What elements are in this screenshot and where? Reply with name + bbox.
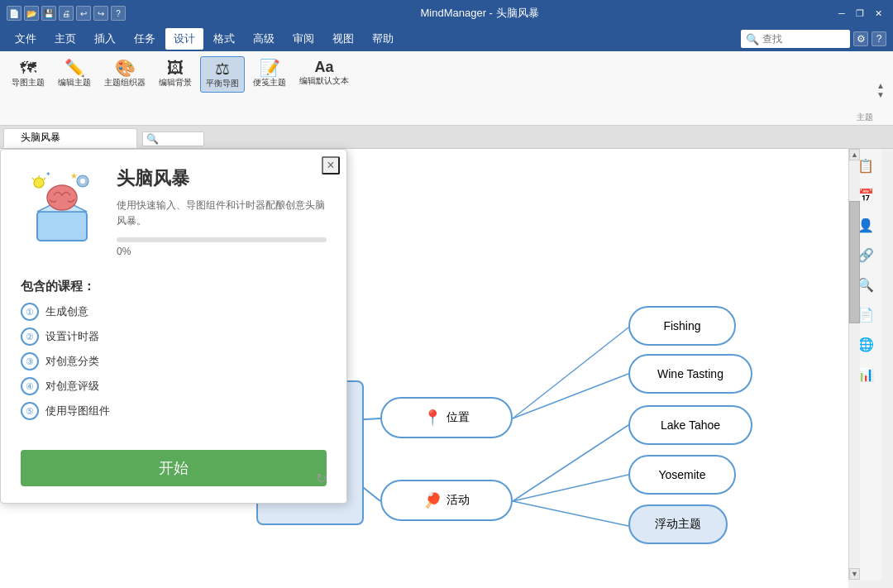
svg-point-15 — [80, 179, 85, 184]
course-num-4: ④ — [21, 377, 39, 395]
menu-bar-right: 🔍 查找 ⚙ ? — [741, 30, 886, 48]
scroll-thumb-v[interactable] — [849, 201, 860, 323]
save-btn[interactable]: 💾 — [41, 6, 56, 21]
svg-text:✦: ✦ — [45, 170, 51, 178]
menu-format[interactable]: 格式 — [205, 28, 243, 50]
overlay-header: ★ ✦ 头脑风暴 使用快速输入、导图组件和计时器配酿创意头脑风暴。 0% — [21, 166, 327, 265]
menu-review[interactable]: 审阅 — [284, 28, 322, 50]
node-floating[interactable]: 浮动主题 — [628, 504, 728, 544]
ribbon-scroll-up[interactable]: ▲ — [876, 81, 885, 90]
theme-organizer-icon: 🎨 — [115, 60, 136, 76]
ribbon-toggle[interactable]: ? — [872, 31, 886, 46]
progress-text: 0% — [117, 246, 327, 257]
courses-title: 包含的课程： — [21, 279, 327, 294]
scroll-track-v — [849, 160, 860, 568]
course-label-2: 设置计时器 — [45, 329, 99, 344]
scroll-up-btn[interactable]: ▲ — [849, 149, 860, 160]
refresh-button[interactable]: ↻ — [316, 471, 327, 486]
courses-section: 包含的课程： ① 生成创意 ② 设置计时器 ③ 对创意分类 ④ 对创意评级 ⑤ … — [21, 279, 327, 420]
menu-view[interactable]: 视图 — [324, 28, 362, 50]
location-icon: 📍 — [423, 409, 442, 427]
close-btn[interactable]: ✕ — [870, 5, 886, 22]
restore-btn[interactable]: ❐ — [852, 5, 868, 22]
edit-default-icon: Aa — [314, 60, 333, 74]
menu-help[interactable]: 帮助 — [364, 28, 402, 50]
svg-text:★: ★ — [70, 171, 78, 180]
svg-line-2 — [513, 327, 628, 418]
course-item-1: ① 生成创意 — [21, 303, 327, 321]
menu-insert[interactable]: 插入 — [86, 28, 124, 50]
course-label-3: 对创意分类 — [45, 354, 99, 369]
edit-bg-icon: 🖼 — [167, 60, 184, 76]
ribbon-map-theme-label: 导图主题 — [12, 78, 45, 88]
course-label-1: 生成创意 — [45, 304, 88, 319]
node-yosemite-label: Yosemite — [658, 468, 705, 481]
menu-search-label: 查找 — [824, 31, 845, 46]
menu-search-box[interactable]: 🔍 查找 — [741, 30, 850, 48]
node-location[interactable]: 📍 位置 — [380, 397, 513, 438]
search-icon-sm: 🔍 — [146, 133, 159, 145]
svg-point-9 — [47, 185, 77, 210]
overlay-close-btn[interactable]: × — [322, 156, 340, 174]
brainstorm-illustration: ★ ✦ — [21, 166, 103, 249]
canvas-search-box[interactable]: 🔍 — [142, 131, 204, 146]
start-button[interactable]: 开始 — [21, 450, 327, 486]
options-btn[interactable]: ⚙ — [853, 31, 868, 46]
overlay-panel: × — [0, 149, 347, 504]
course-num-5: ⑤ — [21, 402, 39, 420]
progress-section: 0% — [117, 237, 327, 257]
course-label-4: 对创意评级 — [45, 379, 99, 394]
svg-rect-7 — [37, 212, 87, 241]
undo-btn[interactable]: ↩ — [76, 6, 91, 21]
map-theme-icon: 🗺 — [20, 60, 36, 76]
svg-line-13 — [32, 178, 34, 179]
canvas-tabs: 🔍 — [0, 126, 893, 149]
quick-access-toolbar: 📄 📂 💾 🖨 ↩ ↪ ? — [7, 6, 126, 21]
ribbon-scroll-down[interactable]: ▼ — [876, 90, 885, 99]
node-activity[interactable]: 🏓 活动 — [380, 480, 513, 521]
course-item-5: ⑤ 使用导图组件 — [21, 402, 327, 420]
menu-tasks[interactable]: 任务 — [126, 28, 164, 50]
ribbon-edit-theme[interactable]: ✏️ 编辑主题 — [53, 56, 96, 91]
minimize-btn[interactable]: ─ — [833, 5, 850, 22]
node-fishing[interactable]: Fishing — [628, 306, 736, 346]
node-fishing-label: Fishing — [663, 319, 700, 332]
menu-advanced[interactable]: 高级 — [245, 28, 283, 50]
node-floating-label: 浮动主题 — [655, 517, 701, 532]
ribbon-theme-organizer-label: 主题组织器 — [104, 78, 146, 88]
canvas-search-input[interactable] — [159, 134, 200, 144]
ribbon-theme-organizer[interactable]: 🎨 主题组织器 — [99, 56, 150, 91]
svg-line-12 — [44, 178, 45, 179]
redo-btn[interactable]: ↪ — [93, 6, 108, 21]
canvas-tab-main[interactable] — [3, 128, 137, 148]
ribbon-group-label: 主题 — [857, 112, 873, 123]
canvas-tab-input[interactable] — [21, 132, 120, 144]
ribbon-edit-bg[interactable]: 🖼 编辑背景 — [154, 56, 197, 91]
node-yosemite[interactable]: Yosemite — [628, 455, 736, 495]
ribbon-edit-default[interactable]: Aa 编辑默认文本 — [294, 56, 354, 89]
ribbon-map-theme[interactable]: 🗺 导图主题 — [7, 56, 50, 91]
new-btn[interactable]: 📄 — [7, 6, 21, 21]
balance-map-icon: ⚖ — [215, 60, 230, 77]
node-lake[interactable]: Lake Tahoe — [628, 405, 752, 445]
svg-point-10 — [34, 178, 44, 188]
menu-search-input[interactable] — [762, 33, 820, 45]
ribbon-sticky-theme[interactable]: 📝 便笺主题 — [248, 56, 291, 91]
app-title: MindManager - 头脑风暴 — [126, 6, 833, 21]
open-btn[interactable]: 📂 — [24, 6, 39, 21]
svg-line-4 — [513, 425, 628, 501]
node-wine[interactable]: Wine Tasting — [628, 354, 752, 394]
ribbon: 🗺 导图主题 ✏️ 编辑主题 🎨 主题组织器 🖼 编辑背景 ⚖ 平衡导图 📝 便… — [0, 51, 893, 126]
help-btn[interactable]: ? — [111, 6, 126, 21]
menu-home[interactable]: 主页 — [46, 28, 84, 50]
ribbon-balance-map[interactable]: ⚖ 平衡导图 — [200, 56, 245, 93]
ribbon-balance-map-label: 平衡导图 — [206, 79, 239, 88]
print-btn[interactable]: 🖨 — [59, 6, 74, 21]
activity-icon: 🏓 — [423, 491, 442, 509]
scroll-down-btn[interactable]: ▼ — [849, 568, 860, 580]
menu-file[interactable]: 文件 — [7, 28, 45, 50]
menu-design[interactable]: 设计 — [165, 28, 203, 50]
course-label-5: 使用导图组件 — [45, 404, 110, 418]
search-icon: 🔍 — [746, 33, 759, 45]
vertical-scrollbar[interactable]: ▲ ▼ — [848, 149, 860, 580]
